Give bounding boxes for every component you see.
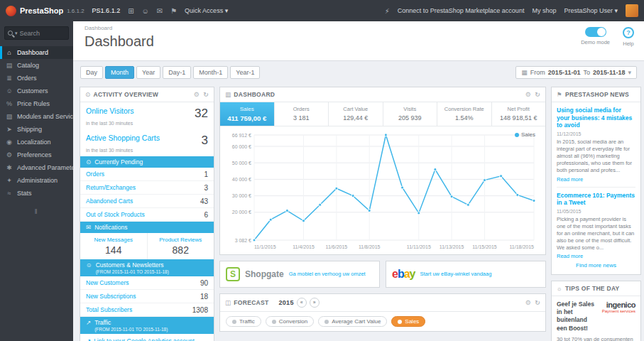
quick-access-menu[interactable]: Quick Access ▾ <box>185 7 228 14</box>
kpi-conversion-rate-tab[interactable]: Conversion Rate 1.54% <box>437 102 492 126</box>
kpi-cart-value-tab[interactable]: Cart Value 129,44 € <box>329 102 383 126</box>
news-article-title[interactable]: Using social media for your business: 4 … <box>557 107 635 129</box>
sidebar-item-modules[interactable]: ▧ Modules and Services <box>0 110 73 123</box>
mail-icon[interactable]: ✉ <box>157 7 163 15</box>
new-messages-cell[interactable]: New Messages 144 <box>80 233 147 259</box>
pending-returns-link[interactable]: Return/Exchanges <box>86 184 136 191</box>
refresh-icon[interactable]: ↻ <box>535 299 540 306</box>
prestashop-logo[interactable]: PrestaShop 1.6.1.2 <box>6 6 84 16</box>
page-header: Dashboard Dashboard Demo mode ? Help <box>73 21 644 61</box>
prestashop-news-panel: ⚑ PRESTASHOP NEWS Using social media for… <box>551 87 641 275</box>
news-article-title[interactable]: Ecommerce 101: Payments in a Tweet <box>557 192 635 207</box>
news-icon: ⚑ <box>557 91 562 98</box>
sidebar-item-catalog[interactable]: ▤ Catalog <box>0 59 73 72</box>
sidebar-item-shipping[interactable]: ➤ Shipping <box>0 123 73 136</box>
refresh-icon[interactable]: ↻ <box>203 91 209 98</box>
product-reviews-link[interactable]: Product Reviews <box>151 237 212 243</box>
pending-orders-link[interactable]: Orders <box>86 170 104 178</box>
pending-orders-row: Orders 1 <box>80 168 214 181</box>
news-article-excerpt: Picking a payment provider is one of the… <box>557 216 635 252</box>
read-more-link[interactable]: Read more <box>557 253 635 259</box>
analytics-icon: ↗ <box>86 337 91 341</box>
forecast-toggle-traffic[interactable]: Traffic <box>226 316 261 327</box>
range-month-1-button[interactable]: Month-1 <box>193 66 228 79</box>
kpi-net-profit-tab[interactable]: Net Profit 148 918,51 € <box>492 102 546 126</box>
flag-icon[interactable]: ⚑ <box>170 7 177 15</box>
range-day-button[interactable]: Day <box>80 66 103 79</box>
out-of-stock-link[interactable]: Out of Stock Products <box>86 211 145 218</box>
new-subscriptions-link[interactable]: New Subscriptions <box>86 293 136 300</box>
module-ads-row: S Shopgate Ga mobiel en verhoog uw omzet… <box>219 261 546 288</box>
marketplace-connect-link[interactable]: Connect to PrestaShop Marketplace accoun… <box>398 7 525 14</box>
kpi-orders-tab[interactable]: Orders 3 181 <box>275 102 329 126</box>
active-carts-link[interactable]: Active Shopping Carts <box>86 134 160 142</box>
help-icon[interactable]: ? <box>623 27 634 38</box>
sidebar-item-preferences[interactable]: ⚙ Preferences <box>0 148 73 161</box>
sidebar-item-label: Stats <box>17 190 32 197</box>
kpi-label: Cart Value <box>331 106 381 112</box>
forecast-toggle-label: Sales <box>405 318 419 325</box>
refresh-icon[interactable]: ↻ <box>535 91 540 98</box>
search-input[interactable] <box>20 30 61 37</box>
gear-icon[interactable]: ⚙ <box>194 91 200 98</box>
sidebar-collapse-handle[interactable]: ‖ <box>0 208 73 215</box>
total-subscribers-link[interactable]: Total Subscribers <box>86 306 132 313</box>
user-menu[interactable]: PrestaShop User ▾ <box>564 7 618 14</box>
ebay-ad[interactable]: ebay Start uw eBay-winkel vandaag <box>386 261 546 288</box>
customers-section-header: ☺ Customers & Newsletters (FROM 2015-11-… <box>80 259 214 276</box>
online-visitors-link[interactable]: Online Visitors <box>86 107 134 115</box>
gear-icon[interactable]: ⚙ <box>525 299 531 306</box>
caret-down-icon: ▾ <box>628 69 631 76</box>
kpi-visits-tab[interactable]: Visits 205 939 <box>383 102 438 126</box>
range-month-button[interactable]: Month <box>105 66 134 79</box>
forecast-toggle-sales[interactable]: Sales <box>391 316 425 327</box>
customer-icon[interactable]: ☺ <box>142 7 149 15</box>
forecast-toggle-average-cart-value[interactable]: Average Cart Value <box>318 316 387 327</box>
sidebar-item-stats[interactable]: ≈ Stats <box>0 187 73 200</box>
product-reviews-cell[interactable]: Product Reviews 882 <box>147 233 214 259</box>
kpi-sales-tab[interactable]: Sales 411 759,00 € <box>220 102 275 126</box>
traffic-section-title: Traffic <box>94 319 111 326</box>
product-reviews-value: 882 <box>151 244 212 256</box>
date-range-picker[interactable]: ▦ From 2015-11-01 To 2015-11-18 ▾ <box>515 66 637 79</box>
logo-version: 1.6.1.2 <box>67 8 84 14</box>
abandoned-carts-link[interactable]: Abandoned Carts <box>86 197 133 205</box>
google-analytics-link[interactable]: ↗ Link to your Google Analytics account <box>80 334 214 341</box>
shop-version-badge[interactable]: PS1.6.1.2 <box>92 7 121 14</box>
ebay-ad-link[interactable]: Start uw eBay-winkel vandaag <box>420 271 492 278</box>
read-more-link[interactable]: Read more <box>557 176 635 183</box>
caret-down-icon[interactable]: ▾ <box>15 31 18 36</box>
user-menu-label: PrestaShop User <box>564 7 613 14</box>
new-customers-value: 90 <box>200 279 208 287</box>
sidebar-item-localization[interactable]: ◉ Localization <box>0 136 73 148</box>
forecast-toggle-conversion[interactable]: Conversion <box>266 316 314 327</box>
sidebar-item-administration[interactable]: ✦ Administration <box>0 174 73 187</box>
sidebar-item-advanced-parameters[interactable]: ✱ Advanced Parameters <box>0 161 73 174</box>
cart-icon[interactable]: ⊞ <box>128 7 133 15</box>
find-more-news-link[interactable]: Find more news <box>557 259 635 271</box>
breadcrumb[interactable]: Dashboard <box>84 25 112 31</box>
range-year-button[interactable]: Year <box>136 66 160 79</box>
range-day-1-button[interactable]: Day-1 <box>163 66 191 79</box>
shopgate-ad[interactable]: S Shopgate Ga mobiel en verhoog uw omzet <box>219 261 380 288</box>
demo-mode-toggle[interactable] <box>585 27 606 37</box>
sidebar-item-price-rules[interactable]: % Price Rules <box>0 97 73 110</box>
next-year-button[interactable]: » <box>310 298 320 308</box>
sidebar-item-dashboard[interactable]: ⌂ Dashboard <box>0 46 73 59</box>
new-messages-link[interactable]: New Messages <box>83 237 144 243</box>
previous-year-button[interactable]: « <box>297 298 307 308</box>
range-year-1-button[interactable]: Year-1 <box>230 66 260 79</box>
sidebar-item-customers[interactable]: ☺ Customers <box>0 85 73 97</box>
shopgate-ad-link[interactable]: Ga mobiel en verhoog uw omzet <box>289 271 366 278</box>
sidebar-search[interactable]: ▾ <box>4 26 69 40</box>
stats-icon: ≈ <box>6 190 13 197</box>
gear-icon[interactable]: ⚙ <box>525 91 531 98</box>
sidebar-item-label: Customers <box>17 87 48 94</box>
my-shop-link[interactable]: My shop <box>532 7 556 14</box>
panel-actions: ⚙ ↻ <box>194 91 209 98</box>
header-controls: Demo mode ? Help <box>581 27 634 47</box>
tips-panel-header: ☼ TIPS OF THE DAY <box>552 281 640 296</box>
sidebar-item-orders[interactable]: ≣ Orders <box>0 72 73 85</box>
new-customers-link[interactable]: New Customers <box>86 279 129 286</box>
user-avatar[interactable] <box>626 4 638 17</box>
